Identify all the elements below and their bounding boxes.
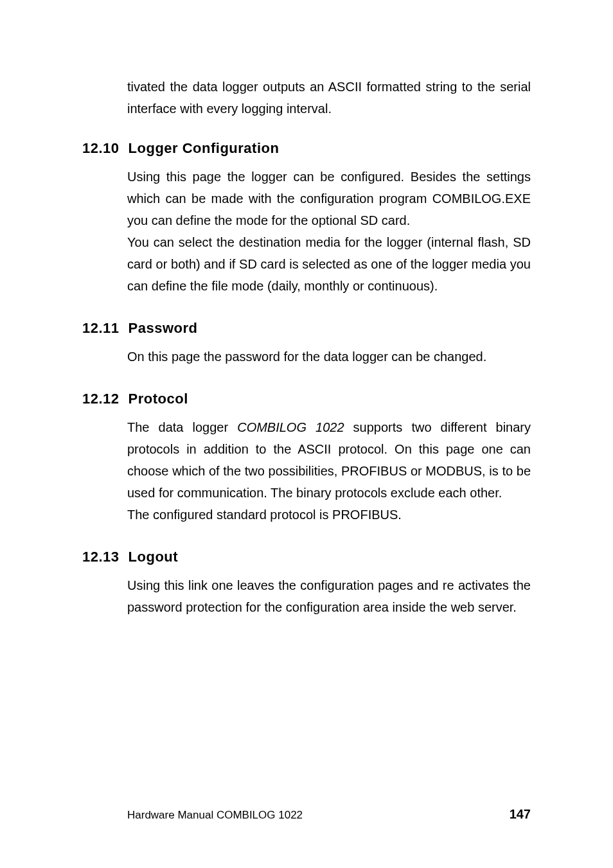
section-12-10: 12.10Logger Configuration Using this pag… (127, 140, 531, 297)
section-heading: 12.12Protocol (82, 391, 531, 407)
section-title: Password (129, 320, 198, 336)
section-12-13: 12.13Logout Using this link one leaves t… (127, 549, 531, 618)
section-title: Protocol (129, 391, 188, 407)
section-number: 12.13 (82, 549, 120, 565)
section-number: 12.11 (82, 320, 120, 337)
section-heading: 12.10Logger Configuration (82, 140, 531, 157)
section-paragraph: Using this link one leaves the configura… (127, 574, 531, 618)
section-paragraph: You can select the destination media for… (127, 231, 531, 297)
section-number: 12.12 (82, 391, 120, 407)
section-paragraph: On this page the password for the data l… (127, 346, 531, 368)
section-paragraph: Using this page the logger can be config… (127, 166, 531, 231)
section-heading: 12.13Logout (82, 549, 531, 565)
section-title: Logout (129, 549, 179, 565)
section-paragraph: The data logger COMBILOG 1022 supports t… (127, 416, 531, 504)
section-number: 12.10 (82, 140, 120, 157)
section-paragraph: The configured standard protocol is PROF… (127, 504, 531, 526)
page-footer: Hardware Manual COMBILOG 1022 147 (82, 807, 531, 822)
section-12-11: 12.11Password On this page the password … (127, 320, 531, 368)
section-heading: 12.11Password (82, 320, 531, 337)
section-12-12: 12.12Protocol The data logger COMBILOG 1… (127, 391, 531, 526)
page-number: 147 (510, 807, 531, 822)
footer-title: Hardware Manual COMBILOG 1022 (82, 809, 303, 822)
section-title: Logger Configuration (129, 140, 280, 156)
intro-paragraph: tivated the data logger outputs an ASCII… (127, 76, 531, 120)
